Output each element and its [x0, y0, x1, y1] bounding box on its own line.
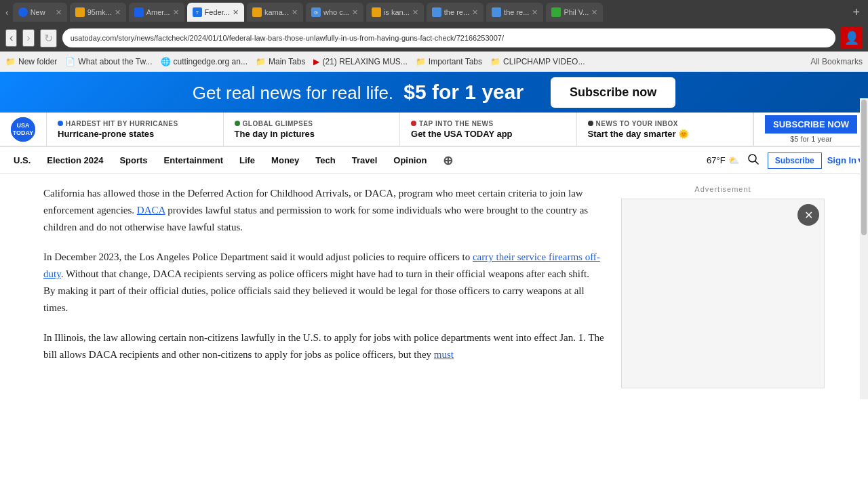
- tab-who[interactable]: G who c... ✕: [306, 3, 363, 22]
- reload-button[interactable]: ↻: [40, 29, 57, 47]
- logo-circle: USA TODAY: [11, 117, 35, 142]
- tab-nav-back[interactable]: ‹: [3, 7, 12, 18]
- profile-area: 👤: [841, 27, 863, 49]
- sign-in-button[interactable]: Sign In ▾: [827, 155, 863, 165]
- usa-today-nav: USA TODAY HARDEST HIT BY HURRICANES Hurr…: [0, 113, 868, 174]
- youtube-icon: ▶: [313, 57, 319, 66]
- svg-text:👤: 👤: [844, 30, 860, 45]
- usa-today-logo[interactable]: USA TODAY: [0, 113, 47, 146]
- tab-kama-close[interactable]: ✕: [292, 8, 298, 17]
- tab-who-title: who c...: [323, 8, 349, 16]
- tab-there2-close[interactable]: ✕: [532, 8, 538, 17]
- nav-tech[interactable]: Tech: [307, 147, 343, 174]
- tab-there2[interactable]: the re... ✕: [486, 3, 543, 22]
- tab-95mk[interactable]: 95mk... ✕: [70, 3, 126, 22]
- nav-sports[interactable]: Sports: [111, 147, 155, 174]
- bookmarks-bar: 📁 New folder 📄 What about the Tw... 🌐 cu…: [0, 52, 868, 72]
- nav-election[interactable]: Election 2024: [39, 147, 111, 174]
- tab-new[interactable]: New ✕: [13, 3, 67, 22]
- nav-money[interactable]: Money: [263, 147, 307, 174]
- ad-placeholder: [621, 199, 825, 388]
- nav-entertainment[interactable]: Entertainment: [156, 147, 231, 174]
- bookmark-what-about[interactable]: 📄 What about the Tw...: [65, 57, 152, 66]
- bookmark-clipchamp[interactable]: 📁 CLIPCHAMP VIDEO...: [490, 57, 585, 66]
- forward-button[interactable]: ›: [22, 29, 34, 47]
- scrollbar[interactable]: [860, 98, 868, 399]
- folder3-icon: 📁: [416, 57, 426, 66]
- nav-opinion[interactable]: Opinion: [385, 147, 435, 174]
- bookmark-new-folder[interactable]: 📁 New folder: [5, 57, 57, 66]
- ticker-strip: USA TODAY HARDEST HIT BY HURRICANES Hurr…: [0, 113, 868, 146]
- must-link[interactable]: must: [434, 349, 454, 360]
- ad-text: Get real news for real life. $5 for 1 ye…: [193, 81, 524, 104]
- all-bookmarks-label[interactable]: All Bookmarks: [810, 57, 863, 66]
- tab-iskan-close[interactable]: ✕: [412, 8, 418, 17]
- ticker-app[interactable]: TAP INTO THE NEWS Get the USA TODAY app: [400, 113, 577, 146]
- folder2-icon: 📁: [256, 57, 266, 66]
- ticker-inbox-title: Start the day smarter 🌞: [588, 129, 743, 139]
- tab-there1[interactable]: the re... ✕: [427, 3, 484, 22]
- address-bar[interactable]: usatoday.com/story/news/factcheck/2024/0…: [62, 28, 835, 47]
- tab-there1-close[interactable]: ✕: [472, 8, 478, 17]
- article-sidebar: Advertisement ✕: [621, 185, 825, 388]
- ticker-hurricanes[interactable]: HARDEST HIT BY HURRICANES Hurricane-pron…: [47, 113, 224, 146]
- ticker-global-title: The day in pictures: [235, 129, 389, 139]
- tab-amer[interactable]: Amer... ✕: [129, 3, 184, 22]
- article-paragraph-1: California has allowed those in the Defe…: [43, 185, 605, 235]
- bookmark-cuttingedge[interactable]: 🌐 cuttingedge.org an...: [161, 57, 248, 66]
- tab-feder[interactable]: T Feder... ✕: [187, 3, 244, 22]
- weather-temp: 67°F: [707, 155, 726, 165]
- new-tab-button[interactable]: +: [847, 5, 865, 20]
- subscribe-now-ticker-button[interactable]: SUBSCRIBE NOW: [765, 115, 857, 134]
- tab-phil[interactable]: Phil V... ✕: [546, 3, 603, 22]
- scrollbar-thumb[interactable]: [861, 100, 867, 235]
- bookmark-important[interactable]: 📁 Important Tabs: [416, 57, 482, 66]
- article-body: California has allowed those in the Defe…: [43, 185, 605, 388]
- url-text: usatoday.com/story/news/factcheck/2024/0…: [71, 34, 504, 42]
- tab-new-close[interactable]: ✕: [56, 8, 62, 17]
- back-button[interactable]: ‹: [5, 29, 17, 47]
- folder4-icon: 📁: [490, 57, 500, 66]
- tab-amer-close[interactable]: ✕: [173, 8, 179, 17]
- address-bar-row: ‹ › ↻ usatoday.com/story/news/factcheck/…: [0, 24, 868, 52]
- nav-life[interactable]: Life: [231, 147, 263, 174]
- tab-kama-title: kama...: [264, 8, 289, 16]
- bookmark-main-tabs[interactable]: 📁 Main Tabs: [256, 57, 305, 66]
- ad-price: $5 for 1 year: [403, 81, 524, 103]
- tab-iskan[interactable]: is kan... ✕: [366, 3, 424, 22]
- tab-feder-title: Feder...: [205, 8, 230, 16]
- carry-link[interactable]: carry their service firearms off-duty: [43, 251, 600, 279]
- tab-iskan-title: is kan...: [384, 8, 410, 16]
- bookmark-relaxing[interactable]: ▶ (21) RELAXING MUS...: [313, 57, 407, 66]
- tab-phil-close[interactable]: ✕: [591, 8, 597, 17]
- ticker-inbox[interactable]: NEWS TO YOUR INBOX Start the day smarter…: [577, 113, 754, 146]
- tab-95mk-title: 95mk...: [87, 8, 112, 16]
- tab-kama[interactable]: kama... ✕: [247, 3, 303, 22]
- svg-text:TODAY: TODAY: [13, 129, 34, 136]
- daca-link[interactable]: DACA: [137, 205, 165, 216]
- tab-95mk-close[interactable]: ✕: [115, 8, 121, 17]
- nav-more[interactable]: ⊕: [435, 147, 461, 174]
- subscribe-now-button[interactable]: Subscribe now: [551, 77, 675, 108]
- nav-travel[interactable]: Travel: [344, 147, 386, 174]
- tab-feder-close[interactable]: ✕: [233, 8, 239, 17]
- profile-image[interactable]: 👤: [841, 27, 863, 49]
- subscribe-nav-button[interactable]: Subscribe: [768, 152, 822, 169]
- subscribe-price: $5 for 1 year: [765, 135, 857, 143]
- tab-who-close[interactable]: ✕: [352, 8, 358, 17]
- weather-icon: ⛅: [728, 155, 739, 165]
- search-button[interactable]: [745, 150, 762, 171]
- nav-items: U.S. Election 2024 Sports Entertainment …: [5, 147, 707, 174]
- tabs-container: New ✕ 95mk... ✕ Amer... ✕ T Feder...: [13, 3, 846, 22]
- folder-icon: 📁: [5, 57, 16, 66]
- ticker-global[interactable]: GLOBAL GLIMPSES The day in pictures: [224, 113, 401, 146]
- ad-label: Advertisement: [621, 185, 825, 193]
- tab-new-title: New: [31, 8, 53, 16]
- nav-us[interactable]: U.S.: [5, 147, 39, 174]
- web-icon: 🌐: [161, 57, 171, 66]
- svg-text:USA: USA: [16, 122, 30, 129]
- close-ad-button[interactable]: ✕: [797, 204, 819, 226]
- doc-icon: 📄: [65, 57, 75, 66]
- tab-there1-title: the re...: [444, 8, 469, 16]
- subscribe-now-area: SUBSCRIBE NOW $5 for 1 year: [753, 113, 868, 146]
